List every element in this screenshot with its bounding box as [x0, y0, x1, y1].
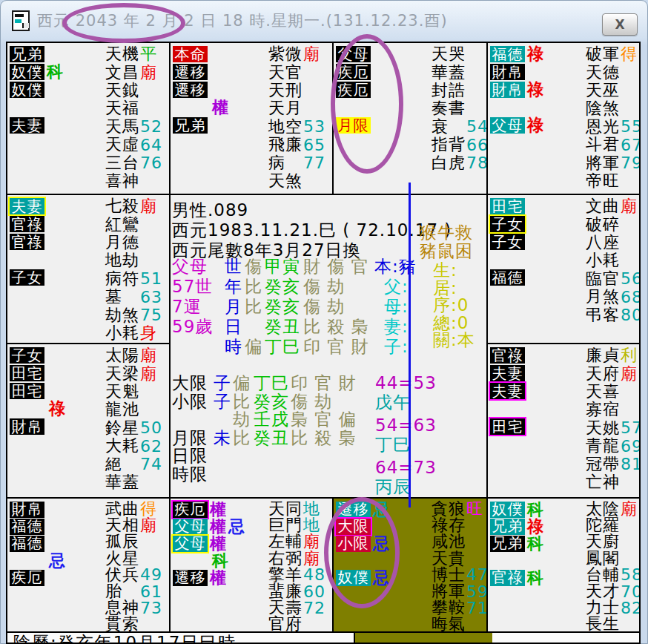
star-suffix: 54	[466, 117, 486, 136]
bottom-strip-olive-patch	[354, 633, 492, 643]
limit-ganzhi: 癸丑	[254, 427, 289, 450]
star-suffix: 51	[140, 269, 162, 288]
star-suffix: 66	[466, 136, 486, 154]
palace-label: 財帛	[10, 418, 44, 435]
label-slot: 田宅	[10, 364, 65, 382]
star-list: 紫微廟天官天刑天月地空53飛廉65病77天煞	[268, 45, 325, 190]
label-slot: 福德	[10, 518, 65, 535]
palace-cell-r1c1[interactable]: 兄弟奴僕科奴僕夫妻天機平文昌廟天鉞天福天馬52天虛64三台76喜神	[7, 43, 169, 194]
label-slot: 父母權忌	[173, 518, 245, 535]
palace-label: 子女	[10, 347, 44, 364]
transform-mark: 忌	[228, 516, 245, 538]
limit-label: 小限	[172, 390, 208, 413]
star-suffix: 廟	[140, 62, 157, 84]
palace-label: 夫妻	[10, 117, 44, 134]
app-icon-detail	[15, 19, 22, 23]
palace-label: 兄弟	[490, 519, 525, 535]
palace-label-column: 子女田宅田宅祿財帛	[10, 346, 65, 436]
label-slot: 子女	[490, 215, 525, 233]
palace-cell-r4c1[interactable]: 財帛福德福德忌疾厄武曲得天相廟孤辰火星伏兵49胎61息神73貫索	[7, 499, 169, 631]
palace-label: 福德	[10, 536, 44, 552]
star-suffix: 57	[621, 418, 639, 437]
pillar-gods: 印 官 財	[303, 335, 369, 358]
transform-mark: 祿	[527, 79, 543, 101]
palace-label: 田宅	[490, 418, 525, 435]
label-slot	[10, 99, 63, 116]
label-slot: 官祿	[10, 233, 44, 251]
palace-cell-r3c1[interactable]: 子女田宅田宅祿財帛太陽廟天梁廟天魁龍池鈴星50大耗62絕74華蓋	[7, 344, 169, 497]
palace-cell-r2c4[interactable]: 田宅子女子女福德文曲廟破碎八座小耗臨官56月煞68弔客80	[488, 195, 639, 343]
palace-cell-r1c4[interactable]: 福德祿財帛財帛祿父母祿破軍得天德天巫陰煞恩光55斗君67將軍79帝旺	[488, 43, 639, 194]
app-window: 西元 2043 年 2 月 2 日 18 時.星期一.(131.12.23.酉)…	[0, 0, 648, 644]
limit-branch: 子	[214, 390, 231, 413]
palace-label: 官祿	[10, 234, 44, 250]
star-line: 喜神	[105, 172, 162, 190]
star-suffix: 身	[140, 322, 157, 343]
star-suffix: 65	[303, 136, 325, 154]
star-suffix: 78	[466, 154, 486, 172]
label-slot: 遷移	[173, 63, 228, 81]
star-suffix: 80	[621, 306, 639, 324]
star-suffix: 72	[303, 599, 325, 617]
label-slot: 夫妻	[490, 364, 525, 382]
label-slot: 財帛	[10, 418, 65, 436]
label-slot: 子女	[490, 233, 525, 251]
label-slot: 遷移權	[173, 569, 245, 586]
star-name: 喜神	[105, 170, 140, 192]
palace-cell-r1c2[interactable]: 本命遷移遷移權兄弟紫微廟天官天刑天月地空53飛廉65病77天煞	[171, 43, 332, 194]
star-suffix: 77	[303, 154, 325, 172]
star-suffix: 74	[140, 455, 162, 473]
palace-label: 遷移	[173, 570, 208, 586]
palace-label: 遷移	[173, 64, 208, 80]
label-slot: 財帛祿	[490, 81, 543, 99]
label-slot: 田宅	[490, 418, 525, 436]
label-slot: 福德祿	[490, 45, 543, 63]
blue-timeline	[409, 183, 411, 507]
decade-ganzhi: 丙辰	[375, 476, 411, 497]
label-slot	[490, 400, 525, 418]
palace-cell-r2c1[interactable]: 夫妻官祿官祿子女七殺廟紅鸞月德地劫病符51墓63劫煞75小耗身	[7, 195, 169, 343]
star-suffix: 71	[466, 599, 486, 617]
star-suffix: 69	[621, 437, 639, 456]
star-line: 帝旺	[586, 172, 639, 190]
label-slot: 兄弟	[173, 116, 228, 134]
palace-label-column: 夫妻官祿官祿子女	[10, 197, 44, 286]
palace-label-column: 本命遷移遷移權兄弟	[173, 45, 228, 134]
decade-ganzhi: 丁巳	[375, 433, 411, 456]
star-line: 貫索	[105, 616, 162, 631]
palace-label: 遷移	[173, 82, 208, 98]
palace-cell-r3c4[interactable]: 官祿夫妻夫妻田宅廉貞利天府廟天喜寡宿天姚57青龍69冠帶81亡神	[488, 344, 639, 497]
star-name: 晦氣	[432, 613, 466, 631]
star-suffix: 68	[621, 288, 639, 306]
star-suffix: 73	[140, 599, 162, 617]
star-suffix: 56	[621, 269, 639, 288]
star-list: 武曲得天相廟孤辰火星伏兵49胎61息神73貫索	[105, 501, 162, 631]
palace-label: 子女	[490, 216, 525, 232]
star-suffix: 79	[621, 154, 639, 172]
decade-range: 64=73	[375, 458, 437, 477]
label-slot: 官祿	[10, 215, 44, 233]
fate-item: 關:本	[433, 329, 475, 352]
app-icon-detail	[15, 14, 24, 17]
star-name: 官府	[268, 613, 303, 631]
star-line: 長生	[586, 616, 639, 631]
transform-mark: 祿	[49, 398, 65, 420]
limit-god: 比	[233, 427, 251, 450]
star-suffix: 廟	[303, 43, 320, 65]
star-list: 太陰廟陀羅天廚鳳閣台輔58天才70力士82長生	[586, 501, 639, 631]
palace-label: 夫妻	[490, 365, 525, 381]
transform-mark: 科	[527, 567, 543, 589]
star-suffix: 76	[140, 154, 162, 172]
center-info-panel: 男性.089西元1983.11.21.巳 ( 72.10.17 )西元尾數8年3…	[171, 195, 486, 497]
palace-cell-r4c2[interactable]: 疾厄權父母權忌父母權科遷移權天同地巨門地左輔廟右弼廟擎羊48蜚廉60天壽72官府	[171, 499, 332, 631]
star-line: 弔客80	[586, 306, 639, 323]
label-slot: 夫妻	[10, 116, 63, 134]
star-name: 貫索	[105, 613, 140, 631]
palace-label: 子女	[10, 269, 44, 286]
close-button[interactable]: X	[602, 13, 638, 36]
star-name: 天煞	[268, 170, 303, 192]
palace-cell-r4c4[interactable]: 奴僕科兄弟祿兄弟科官祿科太陰廟陀羅天廚鳳閣台輔58天才70力士82長生	[488, 499, 639, 631]
palace-label: 子女	[490, 234, 525, 250]
star-name: 弔客	[586, 304, 621, 326]
label-slot: 田宅	[490, 197, 525, 215]
